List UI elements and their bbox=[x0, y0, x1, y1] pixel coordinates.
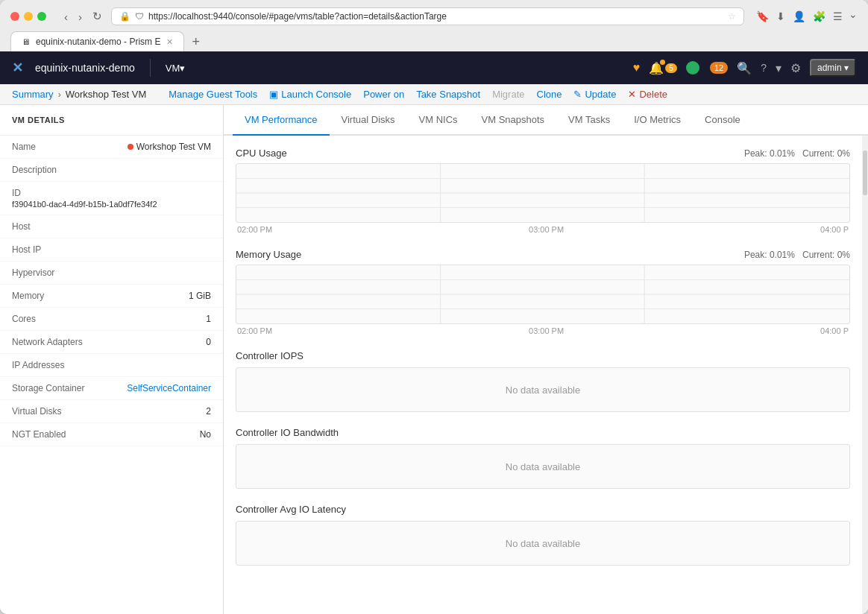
memory-usage-header: Memory Usage Peak: 0.01% Current: 0% bbox=[236, 249, 850, 260]
cpu-time-label-1: 02:00 PM bbox=[237, 225, 272, 234]
traffic-light-maximize[interactable] bbox=[37, 12, 46, 21]
new-tab-button[interactable]: + bbox=[186, 34, 206, 50]
detail-row-storage-container: Storage Container SelfServiceContainer bbox=[0, 377, 223, 400]
update-label: Update bbox=[585, 89, 616, 100]
controller-iops-section: Controller IOPS No data available bbox=[236, 350, 850, 412]
action-buttons-group: Manage Guest Tools ▣ Launch Console Powe… bbox=[169, 89, 667, 100]
main-content: VM DETAILS Name Workshop Test VM Descrip… bbox=[0, 105, 868, 614]
tab-vm-tasks[interactable]: VM Tasks bbox=[556, 105, 622, 136]
detail-row-ip-addresses: IP Addresses bbox=[0, 354, 223, 377]
detail-label-virtual-disks: Virtual Disks bbox=[12, 406, 109, 417]
browser-refresh-button[interactable]: ↻ bbox=[89, 10, 105, 23]
vm-status-dot bbox=[128, 144, 133, 150]
detail-value-memory: 1 GiB bbox=[109, 291, 211, 301]
delete-label: Delete bbox=[639, 89, 667, 100]
nav-vm-label: VM bbox=[166, 63, 180, 74]
migrate-button[interactable]: Migrate bbox=[492, 89, 524, 100]
cpu-usage-header: CPU Usage Peak: 0.01% Current: 0% bbox=[236, 148, 850, 159]
detail-row-network-adapters: Network Adapters 0 bbox=[0, 331, 223, 354]
detail-row-hypervisor: Hypervisor bbox=[0, 262, 223, 285]
vm-status-circle bbox=[686, 61, 699, 75]
browser-download-button[interactable]: ⬇ bbox=[776, 10, 785, 22]
detail-row-cores: Cores 1 bbox=[0, 308, 223, 331]
active-browser-tab[interactable]: 🖥 equinix-nutanix-demo - Prism E ✕ bbox=[10, 31, 184, 51]
launch-console-label: Launch Console bbox=[281, 89, 351, 100]
detail-value-virtual-disks: 2 bbox=[109, 406, 211, 417]
detail-label-description: Description bbox=[12, 165, 109, 175]
take-snapshot-button[interactable]: Take Snapshot bbox=[416, 89, 480, 100]
nav-username: admin bbox=[817, 63, 842, 73]
clone-label: Clone bbox=[537, 89, 562, 100]
nav-search-button[interactable]: 🔍 bbox=[737, 61, 752, 75]
nav-vm-dropdown[interactable]: VM ▾ bbox=[166, 63, 186, 74]
detail-row-id: ID f39041b0-dac4-4d9f-b15b-1a0df7fe34f2 bbox=[0, 182, 223, 215]
nav-user-menu[interactable]: admin ▾ bbox=[810, 59, 856, 77]
take-snapshot-label: Take Snapshot bbox=[416, 89, 480, 100]
scroll-thumb[interactable] bbox=[863, 151, 867, 195]
tab-io-metrics[interactable]: I/O Metrics bbox=[622, 105, 693, 136]
nav-help-button[interactable]: ? bbox=[761, 62, 767, 74]
update-icon: ✎ bbox=[573, 89, 582, 100]
cpu-usage-section: CPU Usage Peak: 0.01% Current: 0% bbox=[236, 148, 850, 234]
detail-row-memory: Memory 1 GiB bbox=[0, 285, 223, 308]
tab-list: VM Performance Virtual Disks VM NICs VM … bbox=[224, 105, 868, 136]
nav-settings-button[interactable]: ⚙ bbox=[790, 61, 801, 75]
memory-time-label-3: 04:00 P bbox=[820, 326, 849, 335]
tab-close-button[interactable]: ✕ bbox=[166, 37, 173, 47]
browser-extensions-button[interactable]: 🧩 bbox=[813, 10, 825, 22]
clone-button[interactable]: Clone bbox=[537, 89, 562, 100]
manage-guest-tools-button[interactable]: Manage Guest Tools bbox=[169, 89, 257, 100]
nav-user-chevron: ▾ bbox=[844, 63, 849, 73]
tab-vm-performance[interactable]: VM Performance bbox=[233, 105, 330, 136]
detail-row-host: Host bbox=[0, 215, 223, 238]
detail-value-name: Workshop Test VM bbox=[109, 142, 211, 152]
controller-io-bandwidth-section: Controller IO Bandwidth No data availabl… bbox=[236, 427, 850, 489]
controller-avg-io-latency-section: Controller Avg IO Latency No data availa… bbox=[236, 504, 850, 566]
detail-label-memory: Memory bbox=[12, 291, 109, 301]
vm-details-header: VM DETAILS bbox=[0, 105, 223, 136]
tab-favicon: 🖥 bbox=[22, 37, 30, 46]
nav-help-dropdown[interactable]: ▾ bbox=[776, 61, 781, 75]
vm-details-panel: VM DETAILS Name Workshop Test VM Descrip… bbox=[0, 105, 224, 614]
detail-row-description: Description bbox=[0, 159, 223, 182]
alert-dot bbox=[660, 60, 665, 65]
nav-icons-group: ♥ 🔔 5 12 🔍 ? ▾ ⚙ admin ▾ bbox=[633, 59, 856, 77]
right-scrollbar[interactable] bbox=[862, 136, 868, 614]
bookmark-icon[interactable]: ☆ bbox=[728, 11, 736, 22]
browser-menu-button[interactable]: ☰ bbox=[833, 10, 843, 22]
browser-back-button[interactable]: ‹ bbox=[61, 10, 71, 23]
detail-label-ip-addresses: IP Addresses bbox=[12, 360, 109, 370]
detail-label-cores: Cores bbox=[12, 314, 109, 324]
nav-nutanix-button[interactable]: ♥ bbox=[633, 61, 641, 75]
cpu-time-label-2: 03:00 PM bbox=[529, 225, 564, 234]
detail-label-name: Name bbox=[12, 142, 109, 152]
traffic-light-close[interactable] bbox=[10, 12, 19, 21]
tab-title: equinix-nutanix-demo - Prism E bbox=[36, 37, 160, 47]
launch-console-button[interactable]: ▣ Launch Console bbox=[269, 89, 351, 100]
nav-alerts-button[interactable]: 🔔 5 bbox=[649, 61, 677, 75]
tab-vm-snapshots[interactable]: VM Snapshots bbox=[470, 105, 557, 136]
memory-usage-section: Memory Usage Peak: 0.01% Current: 0% bbox=[236, 249, 850, 335]
tab-virtual-disks[interactable]: Virtual Disks bbox=[330, 105, 407, 136]
browser-forward-button[interactable]: › bbox=[75, 10, 85, 23]
tab-list-expand[interactable]: ⌄ bbox=[849, 8, 858, 25]
detail-value-storage-container[interactable]: SelfServiceContainer bbox=[109, 383, 211, 393]
browser-bookmarks-button[interactable]: 🔖 bbox=[756, 10, 769, 22]
address-bar[interactable]: 🔒 🛡 https://localhost:9440/console/#page… bbox=[111, 7, 744, 25]
delete-button[interactable]: ✕ Delete bbox=[628, 89, 667, 100]
breadcrumb-bar: Summary › Workshop Test VM Manage Guest … bbox=[0, 84, 868, 105]
tab-console[interactable]: Console bbox=[693, 105, 752, 136]
traffic-light-minimize[interactable] bbox=[24, 12, 33, 21]
memory-usage-stats: Peak: 0.01% Current: 0% bbox=[744, 250, 850, 260]
lock-icon: 🔒 bbox=[119, 11, 130, 22]
detail-value-id: f39041b0-dac4-4d9f-b15b-1a0df7fe34f2 bbox=[12, 200, 157, 209]
power-on-button[interactable]: Power on bbox=[363, 89, 404, 100]
right-panel: VM Performance Virtual Disks VM NICs VM … bbox=[224, 105, 868, 614]
breadcrumb-summary-link[interactable]: Summary bbox=[12, 89, 54, 100]
detail-row-host-ip: Host IP bbox=[0, 238, 223, 262]
tab-vm-nics[interactable]: VM NICs bbox=[407, 105, 470, 136]
update-button[interactable]: ✎ Update bbox=[573, 89, 616, 100]
controller-io-bandwidth-chart: No data available bbox=[236, 444, 850, 489]
memory-usage-time-labels: 02:00 PM 03:00 PM 04:00 P bbox=[236, 326, 850, 335]
browser-account-button[interactable]: 👤 bbox=[793, 10, 805, 22]
